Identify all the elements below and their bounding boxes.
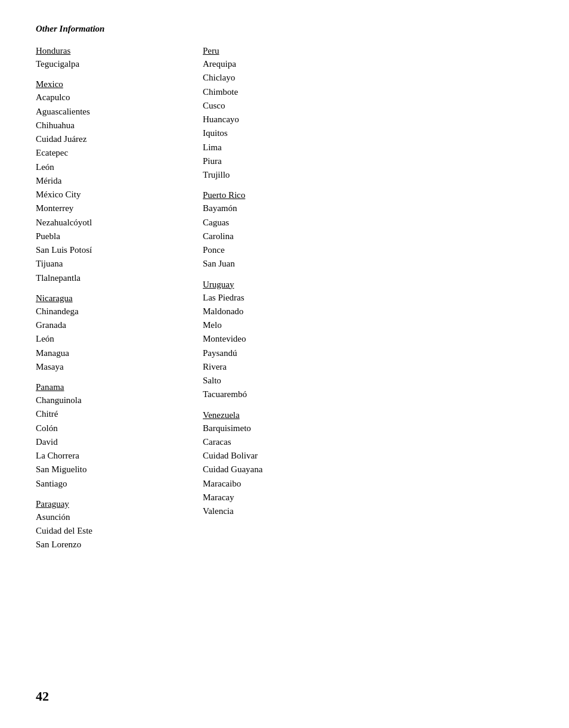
list-item: Huancayo: [203, 113, 533, 126]
list-item: Tijuana: [36, 257, 203, 271]
list-item: Chinandega: [36, 305, 203, 318]
list-item: Santiago: [36, 477, 203, 491]
country-heading: Nicaragua: [36, 293, 203, 303]
list-item: Cusco: [203, 99, 533, 113]
list-item: Colón: [36, 422, 203, 435]
list-item: San Juan: [203, 257, 533, 271]
list-item: Las Piedras: [203, 291, 533, 305]
list-item: Ecatepec: [36, 146, 203, 160]
list-item: Bayamón: [203, 202, 533, 215]
list-item: Iquitos: [203, 126, 533, 140]
list-item: Maracay: [203, 491, 533, 504]
country-group: UruguayLas PiedrasMaldonadoMeloMontevide…: [203, 280, 533, 402]
list-item: Asunción: [36, 510, 203, 524]
list-item: Tacuarembó: [203, 388, 533, 401]
right-column: PeruArequipaChiclayoChimboteCuscoHuancay…: [203, 46, 533, 552]
list-item: Chimbote: [203, 85, 533, 99]
list-item: Caguas: [203, 216, 533, 230]
list-item: Maldonado: [203, 305, 533, 318]
list-item: México City: [36, 188, 203, 202]
country-group: PeruArequipaChiclayoChimboteCuscoHuancay…: [203, 46, 533, 182]
country-heading: Paraguay: [36, 499, 203, 509]
country-group: PanamaChanguinolaChitréColónDavidLa Chor…: [36, 382, 203, 491]
list-item: Puebla: [36, 230, 203, 243]
list-item: Trujillo: [203, 168, 533, 182]
list-item: León: [36, 160, 203, 174]
list-item: Tegucigalpa: [36, 57, 203, 71]
list-item: Carolina: [203, 230, 533, 243]
list-item: Chiclayo: [203, 71, 533, 85]
list-item: Mérida: [36, 174, 203, 188]
country-heading: Honduras: [36, 46, 203, 56]
list-item: Montevideo: [203, 332, 533, 346]
list-item: Tlalnepantla: [36, 271, 203, 285]
list-item: Arequipa: [203, 57, 533, 71]
list-item: Cuidad Bolivar: [203, 449, 533, 463]
list-item: Monterrey: [36, 202, 203, 215]
country-heading: Peru: [203, 46, 533, 56]
list-item: San Luis Potosí: [36, 243, 203, 257]
section-title: Other Information: [36, 24, 533, 34]
list-item: Barquisimeto: [203, 422, 533, 435]
list-item: Valencia: [203, 504, 533, 518]
country-group: NicaraguaChinandegaGranadaLeónManaguaMas…: [36, 293, 203, 374]
content-columns: HondurasTegucigalpaMexicoAcapulcoAguasca…: [36, 46, 533, 552]
list-item: Masaya: [36, 360, 203, 374]
country-group: Puerto RicoBayamónCaguasCarolinaPonceSan…: [203, 190, 533, 271]
list-item: Melo: [203, 318, 533, 332]
list-item: Maracaibo: [203, 477, 533, 491]
list-item: Caracas: [203, 435, 533, 449]
list-item: León: [36, 332, 203, 346]
page-number: 42: [36, 689, 49, 704]
list-item: Lima: [203, 141, 533, 154]
list-item: Salto: [203, 374, 533, 388]
list-item: Aguascalientes: [36, 105, 203, 119]
list-item: Chitré: [36, 407, 203, 421]
country-group: MexicoAcapulcoAguascalientesChihuahuaCui…: [36, 79, 203, 285]
page: Other Information HondurasTegucigalpaMex…: [0, 0, 569, 588]
list-item: Acapulco: [36, 91, 203, 104]
list-item: Granada: [36, 318, 203, 332]
country-heading: Uruguay: [203, 280, 533, 290]
country-group: ParaguayAsunciónCuidad del EsteSan Loren…: [36, 499, 203, 552]
list-item: Changuinola: [36, 394, 203, 407]
list-item: San Lorenzo: [36, 538, 203, 552]
left-column: HondurasTegucigalpaMexicoAcapulcoAguasca…: [36, 46, 203, 552]
country-heading: Mexico: [36, 79, 203, 89]
country-heading: Panama: [36, 382, 203, 392]
list-item: Piura: [203, 154, 533, 168]
list-item: San Miguelito: [36, 463, 203, 476]
country-heading: Puerto Rico: [203, 190, 533, 200]
list-item: David: [36, 435, 203, 449]
list-item: Paysandú: [203, 346, 533, 360]
list-item: Chihuahua: [36, 119, 203, 132]
list-item: Cuidad del Este: [36, 524, 203, 538]
country-heading: Venezuela: [203, 410, 533, 420]
list-item: Managua: [36, 346, 203, 360]
list-item: Ponce: [203, 243, 533, 257]
country-group: HondurasTegucigalpa: [36, 46, 203, 71]
list-item: Cuidad Guayana: [203, 463, 533, 476]
list-item: Nezahualcóyotl: [36, 216, 203, 230]
country-group: VenezuelaBarquisimetoCaracasCuidad Boliv…: [203, 410, 533, 519]
list-item: Cuidad Juárez: [36, 132, 203, 146]
list-item: La Chorrera: [36, 449, 203, 463]
list-item: Rivera: [203, 360, 533, 374]
